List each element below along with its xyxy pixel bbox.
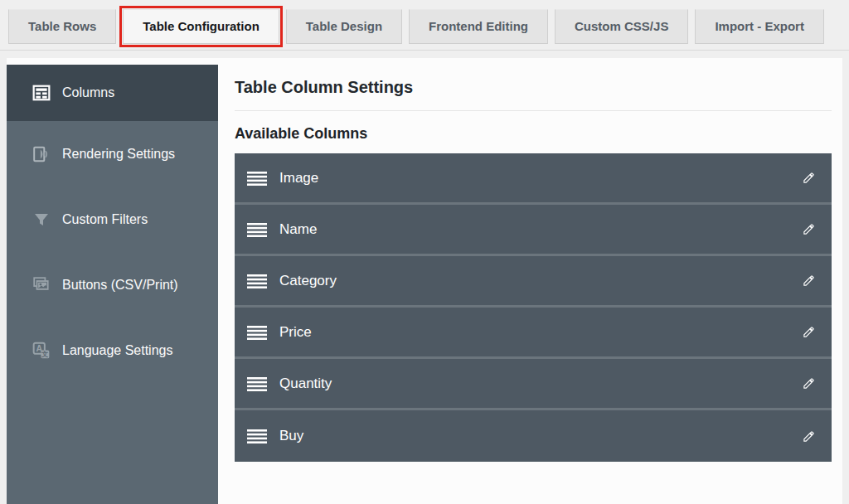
column-row-label: Price	[279, 324, 312, 341]
sidebar-item-custom-filters[interactable]: Custom Filters	[7, 187, 218, 252]
sidebar-item-buttons-csv-print[interactable]: Buttons (CSV/Print)	[7, 252, 218, 317]
svg-text:文: 文	[41, 350, 48, 358]
settings-panel: Columns Rendering Settings Custom Filter…	[7, 58, 842, 504]
column-row-label: Category	[279, 273, 337, 289]
sidebar-item-label: Buttons (CSV/Print)	[62, 278, 178, 293]
drag-handle-icon[interactable]	[247, 222, 267, 237]
sidebar-item-rendering-settings[interactable]: Rendering Settings	[7, 121, 218, 187]
sidebar-item-label: Language Settings	[62, 343, 172, 358]
edit-pencil-icon[interactable]	[803, 377, 815, 390]
tab-table-configuration[interactable]: Table Configuration	[123, 9, 279, 44]
sidebar-item-columns[interactable]: Columns	[7, 65, 218, 121]
section-heading: Available Columns	[235, 111, 832, 153]
edit-pencil-icon[interactable]	[803, 326, 815, 338]
column-row-price[interactable]: Price	[235, 308, 832, 359]
page-title: Table Column Settings	[235, 58, 832, 111]
sidebar-item-language-settings[interactable]: A 文 Language Settings	[7, 317, 218, 383]
sidebar-item-label: Columns	[62, 85, 114, 100]
images-icon	[32, 275, 51, 295]
column-row-label: Quantity	[279, 376, 332, 392]
column-row-name[interactable]: Name	[235, 205, 832, 256]
edit-pencil-icon[interactable]	[803, 223, 815, 235]
column-row-label: Image	[279, 170, 318, 187]
column-row-label: Buy	[279, 428, 303, 444]
drag-handle-icon[interactable]	[247, 325, 267, 340]
drag-handle-icon[interactable]	[247, 376, 267, 391]
drag-handle-icon[interactable]	[247, 274, 267, 288]
column-row-label: Name	[279, 221, 317, 238]
column-row-image[interactable]: Image	[235, 153, 832, 205]
table-icon	[32, 83, 51, 103]
rendering-icon	[32, 144, 51, 164]
translation-icon: A 文	[32, 341, 51, 361]
filter-icon	[32, 210, 51, 230]
tab-frontend-editing[interactable]: Frontend Editing	[409, 9, 548, 44]
tab-custom-css-js[interactable]: Custom CSS/JS	[555, 9, 688, 44]
drag-handle-icon[interactable]	[247, 429, 267, 443]
column-row-category[interactable]: Category	[235, 256, 832, 308]
settings-sidebar: Columns Rendering Settings Custom Filter…	[7, 65, 218, 504]
tab-table-design[interactable]: Table Design	[286, 9, 402, 44]
main-content: Table Column Settings Available Columns …	[218, 58, 842, 504]
tabbar-divider	[0, 50, 849, 51]
edit-pencil-icon[interactable]	[803, 274, 815, 287]
available-columns-list: Image Name	[235, 153, 832, 462]
sidebar-item-label: Custom Filters	[62, 212, 148, 227]
column-row-quantity[interactable]: Quantity	[235, 359, 832, 410]
column-row-buy[interactable]: Buy	[235, 410, 832, 462]
edit-pencil-icon[interactable]	[803, 430, 815, 443]
drag-handle-icon[interactable]	[247, 171, 267, 186]
sidebar-item-label: Rendering Settings	[62, 147, 175, 162]
tab-bar: Table Rows Table Configuration Table Des…	[8, 9, 841, 44]
edit-pencil-icon[interactable]	[803, 172, 815, 184]
tab-import-export[interactable]: Import - Export	[695, 9, 824, 44]
tab-table-rows[interactable]: Table Rows	[8, 9, 116, 44]
